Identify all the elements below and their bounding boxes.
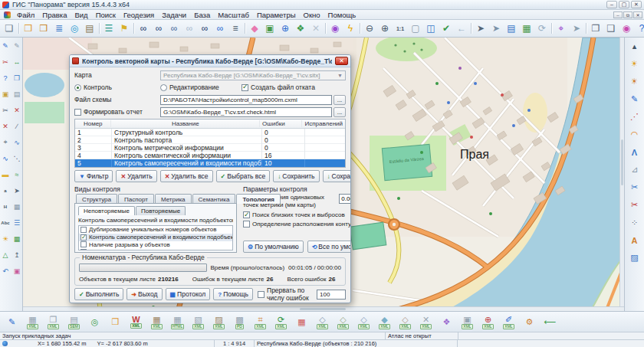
save-button[interactable]: ↓ Сохранить bbox=[273, 170, 319, 182]
filter-button[interactable]: ▼ Фильтр bbox=[74, 170, 113, 182]
all-default-button[interactable]: ⟲ Все по умолчанию bbox=[307, 241, 350, 253]
map-vertical-scrollbar[interactable] bbox=[619, 38, 624, 306]
fast-drawing-icon[interactable]: ϟ bbox=[343, 21, 358, 36]
query-edit-icon[interactable]: ✎ bbox=[2, 313, 22, 331]
export-up-icon[interactable]: ↥ bbox=[12, 247, 22, 263]
map-canvas[interactable]: Estádio da Várzea bbox=[23, 38, 624, 311]
scale-1-1-icon[interactable]: 1:1 bbox=[393, 21, 408, 36]
menu-item[interactable]: Параметры bbox=[253, 11, 300, 19]
crosshair-icon[interactable]: ⌖ bbox=[0, 134, 11, 150]
nodes-edit-icon[interactable]: ⋰ bbox=[626, 108, 643, 126]
help-button[interactable]: ? Помощь bbox=[213, 288, 253, 300]
table-row[interactable]: 5 Контроль самопересечений и входимости … bbox=[75, 159, 345, 167]
exit-button[interactable]: ➜ Выход bbox=[127, 288, 162, 300]
menu-item[interactable]: Масштаб bbox=[214, 11, 253, 19]
maximize-button[interactable]: ▢ bbox=[619, 1, 629, 8]
map-design-icon[interactable]: ◉ bbox=[327, 21, 343, 36]
report-checkbox[interactable]: Формировать отчет bbox=[74, 108, 160, 116]
menu-item[interactable]: Файл bbox=[13, 11, 38, 19]
map-refresh-icon[interactable]: ⟳ bbox=[534, 21, 550, 36]
fill-style-icon[interactable]: ▣ bbox=[0, 86, 11, 102]
rollback-checkbox[interactable]: Создать файл отката bbox=[242, 83, 315, 91]
undo-curve-icon[interactable]: ↶ bbox=[0, 263, 11, 279]
letter-h-icon[interactable]: H bbox=[0, 198, 11, 214]
apply-view-icon[interactable]: ✔ bbox=[439, 21, 454, 36]
sheet-convert-2-icon[interactable]: ◇ XML bbox=[333, 313, 353, 331]
default-button[interactable]: ⚙ По умолчанию bbox=[243, 241, 304, 253]
help-cursor-icon[interactable]: ? bbox=[634, 21, 644, 36]
menu-item[interactable]: Задачи bbox=[158, 11, 190, 19]
scatter-nodes-icon[interactable]: ⁘ bbox=[626, 214, 643, 231]
add-map-icon[interactable]: ❒ bbox=[36, 21, 51, 36]
flashlight-erase-icon[interactable]: ☀ bbox=[626, 73, 643, 90]
menu-item[interactable]: Вид bbox=[71, 11, 91, 19]
scheme-file-input[interactable] bbox=[160, 95, 332, 105]
sheet-convert-3-icon[interactable]: ◇ XML bbox=[353, 313, 374, 331]
scissors-icon[interactable]: ✂ bbox=[0, 102, 11, 118]
sheet-convert-1-icon[interactable]: ◇ XML bbox=[312, 313, 333, 331]
control-type-tab[interactable]: Топология bbox=[236, 194, 281, 204]
xml-area-icon[interactable]: ▧ XML bbox=[188, 313, 209, 331]
search-area-icon[interactable]: ∞ bbox=[197, 21, 212, 36]
open-map-icon[interactable]: ❒ bbox=[21, 21, 36, 36]
select-frame-icon[interactable]: ➤ bbox=[488, 21, 504, 36]
select-pointer-icon[interactable]: ➤ bbox=[473, 21, 488, 36]
geolocation-icon[interactable]: ⌖ bbox=[554, 21, 569, 36]
open-geoportal-icon[interactable]: ◎ bbox=[67, 21, 82, 36]
highlighter-icon[interactable]: ▬ bbox=[0, 166, 11, 182]
menu-item[interactable]: Поиск bbox=[92, 11, 120, 19]
text-lower-icon[interactable]: a bbox=[0, 182, 11, 198]
repeat-mode-tab[interactable]: Повторяемые bbox=[136, 206, 186, 215]
checklist-item[interactable]: Контроль самопересечений и входимости по… bbox=[79, 234, 232, 241]
mdi-minimize-button[interactable]: ‒ bbox=[613, 11, 623, 18]
scale-indicator[interactable]: 1 : 4 914 bbox=[215, 340, 255, 347]
select-tool-icon[interactable]: ➤ bbox=[12, 182, 22, 198]
map-graph-icon[interactable]: ❖ bbox=[436, 313, 457, 331]
html-export-icon[interactable]: ▦ HTML bbox=[167, 313, 188, 331]
repeat-mode-tab[interactable]: Неповторяемые bbox=[78, 206, 135, 215]
flashlight-text-icon[interactable]: A bbox=[626, 231, 643, 249]
map-copy-icon[interactable]: ❐ XML bbox=[43, 313, 64, 331]
run-button[interactable]: ✓ Выполнить bbox=[74, 288, 123, 300]
break-checkbox[interactable]: Прервать по числу ошибок bbox=[258, 286, 314, 302]
join-objects-icon[interactable]: ∿ bbox=[12, 134, 22, 150]
sheet-convert-5-icon[interactable]: ◇ XML bbox=[395, 313, 416, 331]
area-nodes-icon[interactable]: ⌗ XML bbox=[250, 313, 271, 331]
edit-help-icon[interactable]: ? bbox=[0, 70, 11, 86]
network-model-icon[interactable]: △ bbox=[0, 247, 11, 263]
globe-convert-icon[interactable]: ◎ bbox=[84, 313, 105, 331]
flashlight-search-icon[interactable]: ☀ bbox=[626, 55, 643, 73]
edit-point-icon[interactable]: ✎ bbox=[12, 38, 22, 54]
xml-add-icon[interactable]: ⊕ XML bbox=[478, 313, 498, 331]
column-header[interactable]: Ошибки bbox=[260, 120, 302, 127]
pencil-nodes-icon[interactable]: ✎ bbox=[626, 90, 643, 108]
dialog-titlebar[interactable]: Контроль векторной карты - Республика Ка… bbox=[70, 55, 350, 67]
menu-item[interactable]: Правка bbox=[38, 11, 71, 19]
contours-checkbox[interactable]: Определение расположения контуров bbox=[243, 221, 350, 228]
protractor-icon[interactable]: ◠ bbox=[626, 126, 643, 143]
control-radio[interactable]: Контроль bbox=[74, 83, 160, 91]
color-settings-icon[interactable]: ◉ bbox=[619, 21, 634, 36]
copy-object-icon[interactable]: ❐ bbox=[12, 70, 22, 86]
table-row[interactable]: 3 Контроль метрической информации 0 bbox=[75, 144, 345, 152]
xml-zone-icon[interactable]: ▨ XML bbox=[209, 313, 229, 331]
object-card-icon[interactable]: ▤ bbox=[504, 21, 519, 36]
map-rotate-icon[interactable]: ⟳ XML bbox=[271, 313, 291, 331]
compass-ruler-icon[interactable]: Λ bbox=[626, 143, 643, 161]
new-document-icon[interactable]: ❏ bbox=[2, 21, 17, 36]
search-inactive-icon[interactable]: ∞ bbox=[182, 21, 197, 36]
globe-icon[interactable] bbox=[2, 341, 8, 346]
report-browse-button[interactable]: ... bbox=[334, 107, 346, 117]
menu-item[interactable]: База bbox=[190, 11, 214, 19]
erase-selection-icon[interactable]: ◆ bbox=[247, 21, 262, 36]
delete-part-icon[interactable]: ✕ bbox=[12, 102, 22, 118]
image-frame-icon[interactable]: ▣ bbox=[12, 263, 22, 279]
threshold-input[interactable] bbox=[339, 194, 350, 204]
cut-object-icon[interactable]: ✂ bbox=[0, 54, 11, 70]
add-selection-icon[interactable]: ⊕ bbox=[278, 21, 293, 36]
save-selection-icon[interactable]: ❖ bbox=[293, 21, 308, 36]
xml-remove-icon[interactable]: ✕ XML bbox=[416, 313, 436, 331]
smooth-line-icon[interactable]: ≈ bbox=[12, 166, 22, 182]
map-image-icon[interactable]: ▣ XML bbox=[457, 313, 478, 331]
move-object-icon[interactable]: ↔ bbox=[12, 54, 22, 70]
